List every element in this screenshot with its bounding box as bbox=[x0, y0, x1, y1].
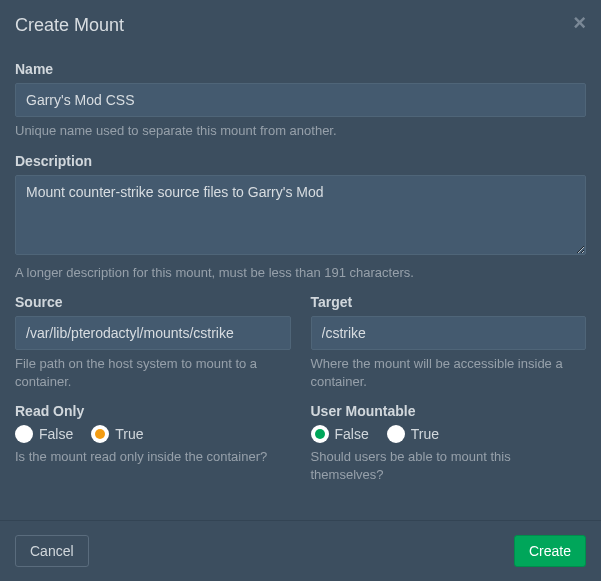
radio-icon bbox=[91, 425, 109, 443]
create-mount-modal: Create Mount × Name Unique name used to … bbox=[0, 0, 601, 581]
description-label: Description bbox=[15, 153, 586, 169]
description-group: Description Mount counter-strike source … bbox=[15, 153, 586, 282]
close-button[interactable]: × bbox=[573, 12, 586, 34]
mountable-false-option[interactable]: False bbox=[311, 425, 369, 443]
mountable-true-option[interactable]: True bbox=[387, 425, 439, 443]
mountable-help: Should users be able to mount this thems… bbox=[311, 448, 587, 483]
modal-header: Create Mount × bbox=[0, 0, 601, 56]
radio-icon bbox=[311, 425, 329, 443]
mountable-true-label: True bbox=[411, 426, 439, 442]
name-help: Unique name used to separate this mount … bbox=[15, 122, 586, 140]
target-input[interactable] bbox=[311, 316, 587, 350]
cancel-button[interactable]: Cancel bbox=[15, 535, 89, 567]
create-button[interactable]: Create bbox=[514, 535, 586, 567]
readonly-mountable-row: Read Only False True Is the mount read o… bbox=[15, 403, 586, 496]
description-input[interactable]: Mount counter-strike source files to Gar… bbox=[15, 175, 586, 255]
mountable-group: User Mountable False True Should users b… bbox=[311, 403, 587, 483]
modal-title: Create Mount bbox=[15, 15, 586, 36]
name-label: Name bbox=[15, 61, 586, 77]
mountable-radio-group: False True bbox=[311, 425, 587, 443]
readonly-help: Is the mount read only inside the contai… bbox=[15, 448, 291, 466]
readonly-true-label: True bbox=[115, 426, 143, 442]
readonly-true-option[interactable]: True bbox=[91, 425, 143, 443]
modal-footer: Cancel Create bbox=[0, 520, 601, 581]
source-label: Source bbox=[15, 294, 291, 310]
readonly-group: Read Only False True Is the mount read o… bbox=[15, 403, 291, 483]
readonly-label: Read Only bbox=[15, 403, 291, 419]
target-label: Target bbox=[311, 294, 587, 310]
source-input[interactable] bbox=[15, 316, 291, 350]
close-icon: × bbox=[573, 10, 586, 35]
readonly-false-label: False bbox=[39, 426, 73, 442]
radio-icon bbox=[15, 425, 33, 443]
mountable-label: User Mountable bbox=[311, 403, 587, 419]
radio-icon bbox=[387, 425, 405, 443]
name-group: Name Unique name used to separate this m… bbox=[15, 61, 586, 140]
target-group: Target Where the mount will be accessibl… bbox=[311, 294, 587, 390]
description-help: A longer description for this mount, mus… bbox=[15, 264, 586, 282]
target-help: Where the mount will be accessible insid… bbox=[311, 355, 587, 390]
source-group: Source File path on the host system to m… bbox=[15, 294, 291, 390]
readonly-false-option[interactable]: False bbox=[15, 425, 73, 443]
mountable-false-label: False bbox=[335, 426, 369, 442]
modal-body: Name Unique name used to separate this m… bbox=[0, 56, 601, 520]
source-help: File path on the host system to mount to… bbox=[15, 355, 291, 390]
name-input[interactable] bbox=[15, 83, 586, 117]
readonly-radio-group: False True bbox=[15, 425, 291, 443]
source-target-row: Source File path on the host system to m… bbox=[15, 294, 586, 403]
